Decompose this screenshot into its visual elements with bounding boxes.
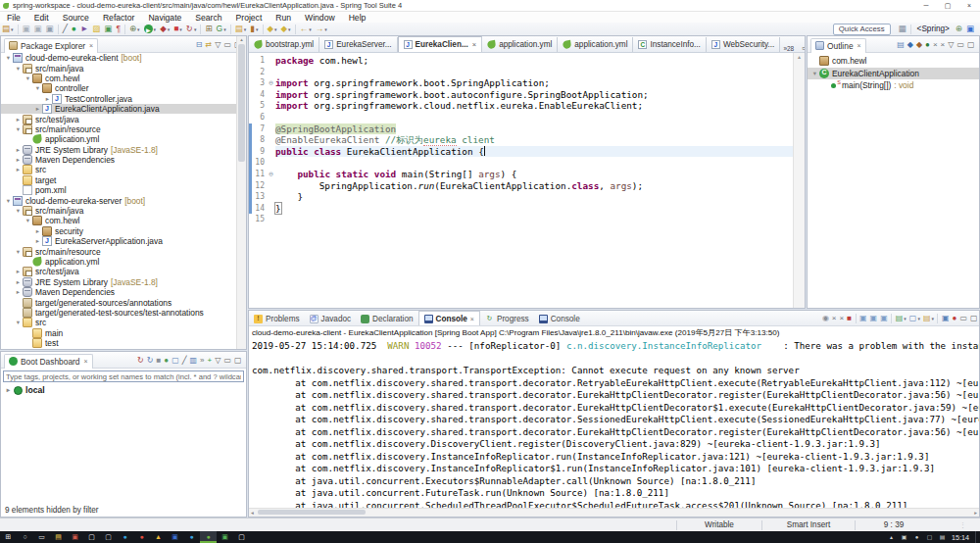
add-target-button[interactable]: + bbox=[206, 355, 214, 366]
menu-file[interactable]: File bbox=[0, 12, 27, 23]
search-button[interactable]: ○ bbox=[17, 531, 33, 543]
editor-tab[interactable]: application.yml bbox=[558, 37, 633, 52]
pencil-button[interactable]: ╱ bbox=[62, 24, 69, 34]
package-explorer-item[interactable]: ▾cloud-demo-eureka-client[boot] bbox=[1, 53, 246, 63]
perspective-label[interactable]: <Spring> bbox=[917, 25, 950, 33]
menu-navigate[interactable]: Navigate bbox=[141, 12, 188, 23]
stop-button[interactable]: ■▾ bbox=[172, 24, 183, 34]
collapse-arrow-icon[interactable]: ▾ bbox=[4, 197, 13, 205]
tray-icon-4[interactable]: ▤ bbox=[936, 531, 949, 543]
app-doc-button[interactable]: ▢ bbox=[83, 531, 100, 543]
package-explorer-item[interactable]: ▸src/test/java bbox=[1, 114, 246, 123]
edge-button[interactable]: ● bbox=[117, 531, 133, 543]
expand-arrow-icon[interactable]: ▸ bbox=[4, 386, 13, 394]
outline-tab[interactable]: Outline × bbox=[810, 38, 866, 53]
minimize-button[interactable]: ▭ bbox=[222, 355, 233, 366]
terminate-button[interactable]: ■ bbox=[846, 313, 854, 323]
collapse-all-button[interactable]: ⊟ bbox=[194, 39, 204, 50]
new-console-button[interactable]: ▤▾ bbox=[894, 313, 907, 323]
package-explorer-item[interactable]: target/generated-sources/annotations bbox=[1, 297, 246, 307]
spring-perspective-icon[interactable]: ⊕ bbox=[955, 24, 963, 34]
close-tab-icon[interactable]: × bbox=[472, 40, 476, 49]
collapse-arrow-icon[interactable]: ▾ bbox=[810, 70, 819, 77]
outline-item[interactable]: com.hewl bbox=[808, 55, 979, 68]
expand-arrow-icon[interactable]: ▸ bbox=[14, 156, 23, 164]
task-view-button[interactable]: ▭ bbox=[33, 531, 50, 543]
drive-button[interactable]: ▲ bbox=[150, 531, 167, 543]
menu-edit[interactable]: Edit bbox=[27, 12, 56, 23]
package-explorer-item[interactable]: ▾src bbox=[1, 318, 246, 327]
minimize-editor-button[interactable]: ▭ bbox=[802, 44, 806, 52]
profile-button[interactable]: ◆▾ bbox=[159, 24, 171, 34]
console-view-tab[interactable]: Problems bbox=[249, 312, 305, 325]
quick-access-button[interactable]: Quick Access bbox=[833, 24, 891, 35]
console-hscrollbar[interactable]: ◂▸ bbox=[249, 508, 979, 517]
close-icon[interactable]: × bbox=[858, 42, 861, 49]
editor-scrollbar[interactable]: ▴ bbox=[793, 53, 805, 309]
console-view-tab[interactable]: Progress bbox=[480, 312, 534, 325]
expand-arrow-icon[interactable]: ▸ bbox=[14, 288, 23, 296]
editor-tab[interactable]: bootstrap.yml bbox=[249, 37, 319, 52]
code-editor[interactable]: 1package com.hewl;23⊖import org.springfr… bbox=[249, 53, 805, 309]
maximize-button[interactable]: ▢ bbox=[232, 355, 243, 366]
taskbar-clock[interactable]: 15:14 bbox=[952, 533, 969, 542]
collapse-arrow-icon[interactable]: ▾ bbox=[14, 207, 23, 215]
store-button[interactable]: ▣ bbox=[67, 531, 83, 543]
relaunch-button[interactable]: ↻▾ bbox=[185, 24, 198, 34]
expand-arrow-icon[interactable]: ▸ bbox=[33, 237, 42, 245]
console-view-tab[interactable]: Console bbox=[534, 312, 585, 325]
package-explorer-item[interactable]: ▸security bbox=[1, 226, 246, 236]
console-view-tab[interactable]: Console× bbox=[418, 311, 480, 325]
console-view-tab[interactable]: Declaration bbox=[356, 312, 417, 325]
package-explorer-item[interactable]: ▸EurekaServerApplication.java bbox=[1, 236, 246, 246]
start-button[interactable]: ↻ bbox=[136, 355, 146, 366]
skip-breakpoints-button[interactable]: ● bbox=[71, 24, 77, 34]
coverage-button[interactable]: G▾ bbox=[216, 24, 227, 34]
maximize-button[interactable]: ▢ bbox=[965, 39, 976, 50]
ie-button[interactable]: ● bbox=[183, 531, 200, 543]
java-perspective-icon[interactable]: ▣ bbox=[965, 24, 975, 34]
package-explorer-item[interactable]: ▸JRE System Library[JavaSE-1.8] bbox=[1, 277, 246, 287]
collapse-arrow-icon[interactable]: ▾ bbox=[24, 217, 32, 224]
package-explorer-item[interactable]: ▸JRE System Library[JavaSE-1.8] bbox=[1, 145, 246, 155]
word-wrap-button[interactable]: ▣ bbox=[879, 313, 890, 323]
hide-static-button[interactable]: ◆ bbox=[914, 39, 923, 50]
package-explorer-item[interactable]: test bbox=[1, 338, 246, 348]
open-browser-button[interactable]: ╱ bbox=[180, 355, 188, 366]
package-explorer-item[interactable]: ▾src/main/resource bbox=[1, 246, 246, 256]
boot-dashboard-tab[interactable]: Boot Dashboard × bbox=[4, 354, 93, 369]
expand-arrow-icon[interactable]: ▸ bbox=[33, 227, 42, 235]
start-button[interactable]: ⊞ bbox=[0, 531, 17, 543]
package-explorer-item[interactable]: ▾com.hewl bbox=[1, 216, 246, 225]
console-view-tab[interactable]: Javadoc bbox=[305, 312, 357, 325]
close-tab-icon[interactable]: × bbox=[470, 316, 474, 322]
app-blue-button[interactable]: ▣ bbox=[167, 531, 183, 543]
restart-button[interactable]: ● bbox=[163, 355, 171, 366]
pin-console-button[interactable]: ◉ bbox=[820, 313, 830, 323]
tray-expand-button[interactable]: ▴ bbox=[885, 531, 898, 543]
print-button[interactable]: ▣ bbox=[45, 24, 55, 34]
package-explorer-item[interactable]: main bbox=[1, 328, 246, 338]
close-icon[interactable]: × bbox=[84, 358, 88, 365]
properties-button[interactable]: ▥ bbox=[188, 355, 199, 366]
sort-button[interactable]: ▤ bbox=[896, 39, 906, 50]
open-folder-button[interactable]: ▤▾ bbox=[234, 24, 248, 34]
collapse-arrow-icon[interactable]: ▾ bbox=[24, 74, 32, 82]
boot-filter-input[interactable] bbox=[3, 370, 244, 382]
menu-source[interactable]: Source bbox=[56, 12, 96, 23]
collapse-arrow-icon[interactable]: ▾ bbox=[14, 319, 23, 326]
filter-button[interactable]: » bbox=[199, 355, 206, 366]
clear-console-button[interactable]: ▣ bbox=[858, 313, 869, 323]
show-whitespace-button[interactable]: ¶ bbox=[115, 24, 122, 34]
editor-tab[interactable]: WebSecurity... bbox=[707, 37, 780, 52]
sts-button[interactable]: ● bbox=[200, 531, 217, 543]
open-element-button[interactable]: ▣ bbox=[103, 24, 113, 34]
app-mail-button[interactable]: ▢ bbox=[100, 531, 117, 543]
new-java-project-button[interactable]: ⊞ bbox=[204, 24, 213, 34]
package-explorer-scrollbar[interactable]: ▴ bbox=[236, 36, 246, 349]
notification-center-button[interactable] bbox=[975, 531, 980, 543]
package-explorer-tab[interactable]: Package Explorer × bbox=[4, 38, 98, 53]
run-button[interactable]: ▶▾ bbox=[143, 24, 158, 34]
tray-icon-3[interactable]: ▢ bbox=[923, 531, 936, 543]
expand-arrow-icon[interactable]: ▸ bbox=[33, 105, 42, 113]
